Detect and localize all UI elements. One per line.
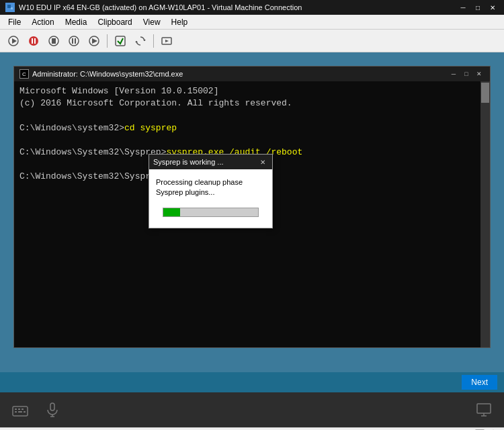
toolbar-separator-2 bbox=[153, 34, 154, 48]
menu-clipboard[interactable]: Clipboard bbox=[92, 16, 137, 28]
app-icon bbox=[5, 3, 15, 12]
next-button[interactable]: Next bbox=[462, 375, 497, 390]
cmd-close[interactable]: ✕ bbox=[474, 69, 485, 79]
svg-marker-17 bbox=[135, 41, 138, 42]
cmd-title-left: C Administrator: C:\Windows\system32\cmd… bbox=[19, 69, 183, 79]
svg-rect-25 bbox=[18, 411, 22, 413]
menu-action[interactable]: Action bbox=[26, 16, 59, 28]
cmd-controls: ─ □ ✕ bbox=[448, 69, 485, 79]
svg-rect-21 bbox=[15, 408, 17, 410]
sysprep-dialog: Sysprep is working ... ✕ Processing clea… bbox=[149, 154, 273, 228]
cmd-scroll-thumb[interactable] bbox=[481, 83, 489, 103]
svg-rect-7 bbox=[34, 38, 36, 44]
sysprep-close-button[interactable]: ✕ bbox=[257, 157, 268, 167]
cmd-line-1: Microsoft Windows [Version 10.0.15002] bbox=[19, 85, 485, 97]
svg-marker-14 bbox=[92, 38, 97, 44]
menu-file[interactable]: File bbox=[3, 16, 26, 28]
menu-view[interactable]: View bbox=[138, 16, 166, 28]
toolbar-action-btn[interactable] bbox=[111, 32, 130, 50]
menu-media[interactable]: Media bbox=[60, 16, 93, 28]
cmd-line-3 bbox=[19, 110, 485, 122]
microphone-icon[interactable] bbox=[43, 400, 62, 419]
vm-content: C Administrator: C:\Windows\system32\cmd… bbox=[0, 52, 504, 372]
sysprep-titlebar: Sysprep is working ... ✕ bbox=[149, 155, 272, 169]
cmd-line-5 bbox=[19, 134, 485, 146]
control-bar-left bbox=[11, 400, 62, 419]
close-button[interactable]: ✕ bbox=[487, 2, 499, 13]
toolbar-ctrl-btn-2[interactable] bbox=[24, 32, 43, 50]
control-bar bbox=[0, 392, 504, 427]
sysprep-dialog-title: Sysprep is working ... bbox=[153, 158, 224, 166]
cmd-scrollbar[interactable] bbox=[480, 81, 490, 347]
window-title: W10 EDU IP x64 EN-GB (activated) on AGM-… bbox=[19, 3, 302, 11]
menu-help[interactable]: Help bbox=[166, 16, 194, 28]
toolbar bbox=[0, 30, 504, 52]
maximize-button[interactable]: □ bbox=[472, 2, 484, 13]
display-icon[interactable] bbox=[474, 400, 493, 419]
title-bar-left: W10 EDU IP x64 EN-GB (activated) on AGM-… bbox=[5, 3, 302, 12]
toolbar-refresh-btn[interactable] bbox=[131, 32, 150, 50]
toolbar-separator-1 bbox=[107, 34, 108, 48]
progress-bar-fill bbox=[163, 208, 180, 216]
svg-rect-2 bbox=[11, 7, 13, 9]
cmd-title-text: Administrator: C:\Windows\system32\cmd.e… bbox=[32, 70, 183, 78]
menu-bar: File Action Media Clipboard View Help bbox=[0, 15, 504, 30]
svg-rect-1 bbox=[7, 5, 11, 8]
keyboard-icon[interactable] bbox=[11, 400, 30, 419]
sysprep-status-label: Processing cleanup phase Sysprep plugins… bbox=[156, 178, 243, 196]
cmd-icon: C bbox=[19, 69, 29, 79]
minimize-button[interactable]: ─ bbox=[457, 2, 469, 13]
title-bar-controls: ─ □ ✕ bbox=[457, 2, 499, 13]
cmd-maximize[interactable]: □ bbox=[461, 69, 472, 79]
toolbar-ctrl-btn-3[interactable] bbox=[44, 32, 63, 50]
svg-rect-11 bbox=[72, 38, 73, 44]
cmd-line-2: (c) 2016 Microsoft Corporation. All righ… bbox=[19, 97, 485, 110]
svg-rect-9 bbox=[52, 38, 56, 44]
svg-rect-6 bbox=[32, 38, 33, 44]
svg-marker-4 bbox=[12, 38, 17, 44]
cmd-titlebar: C Administrator: C:\Windows\system32\cmd… bbox=[14, 67, 490, 81]
toolbar-extra-btn[interactable] bbox=[157, 32, 176, 50]
status-bar: Status: Running 🔒 bbox=[0, 427, 504, 430]
svg-point-10 bbox=[69, 36, 79, 46]
svg-rect-12 bbox=[75, 38, 76, 44]
control-bar-right bbox=[474, 400, 493, 419]
svg-point-5 bbox=[29, 36, 38, 46]
title-bar: W10 EDU IP x64 EN-GB (activated) on AGM-… bbox=[0, 0, 504, 15]
cmd-line-4: C:\Windows\system32>cd sysprep bbox=[19, 122, 485, 134]
bottom-panel: Next bbox=[0, 372, 504, 392]
svg-rect-23 bbox=[22, 408, 24, 410]
sysprep-status-text: Processing cleanup phase Sysprep plugins… bbox=[156, 177, 265, 198]
svg-marker-19 bbox=[165, 40, 169, 42]
toolbar-ctrl-btn-5[interactable] bbox=[85, 32, 103, 50]
svg-rect-22 bbox=[18, 408, 20, 410]
cmd-window: C Administrator: C:\Windows\system32\cmd… bbox=[13, 66, 491, 348]
svg-rect-30 bbox=[477, 404, 491, 413]
sysprep-body: Processing cleanup phase Sysprep plugins… bbox=[149, 169, 272, 228]
toolbar-ctrl-btn-4[interactable] bbox=[65, 32, 83, 50]
svg-rect-24 bbox=[15, 411, 17, 413]
toolbar-ctrl-btn-1[interactable] bbox=[4, 32, 23, 50]
cmd-minimize[interactable]: ─ bbox=[448, 69, 459, 79]
svg-rect-27 bbox=[50, 403, 54, 411]
progress-bar-container bbox=[163, 208, 259, 217]
svg-marker-16 bbox=[143, 40, 146, 41]
svg-rect-26 bbox=[24, 411, 26, 413]
